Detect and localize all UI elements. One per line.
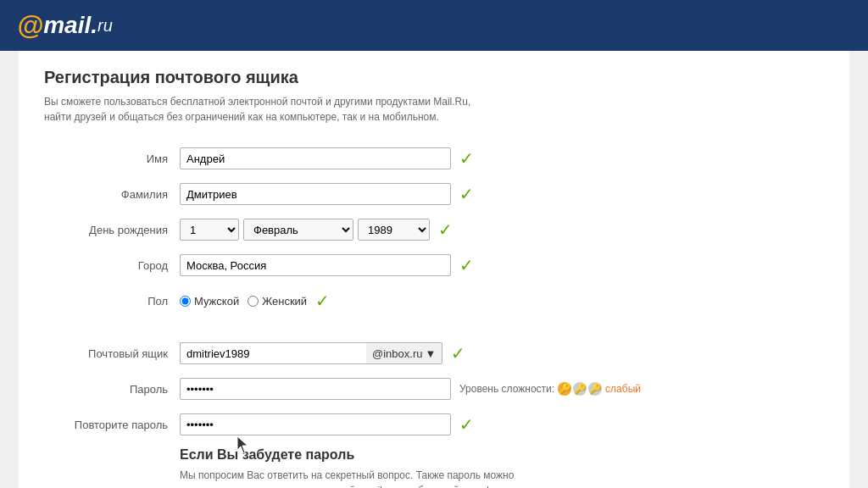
header: @ mail . ru xyxy=(0,0,868,51)
page-title: Регистрация почтового ящика xyxy=(44,68,824,87)
email-row: Почтовый ящик @inbox.ru ▼ ✓ xyxy=(44,341,824,366)
gender-label: Пол xyxy=(44,295,180,308)
gender-male-text: Мужской xyxy=(194,295,239,308)
gender-controls: Мужской Женский xyxy=(180,295,307,308)
gender-checkmark: ✓ xyxy=(315,291,330,311)
strength-icon-2: 🔑 xyxy=(573,382,587,396)
strength-text: слабый xyxy=(605,383,641,395)
strength-icons: 🔑 🔑 🔑 xyxy=(558,382,602,396)
dob-label: День рождения xyxy=(44,224,180,236)
email-domain-chevron: ▼ xyxy=(425,347,436,360)
email-input[interactable] xyxy=(180,342,366,364)
dob-year-select[interactable]: 1989199019851980 xyxy=(358,219,430,241)
dob-controls: 12345 ЯнварьФевральМарт АпрельМайИюнь Ию… xyxy=(180,219,430,241)
logo: @ mail . ru xyxy=(17,10,113,42)
gender-female-label[interactable]: Женский xyxy=(248,295,307,308)
gender-female-radio[interactable] xyxy=(248,296,259,307)
name-label: Имя xyxy=(44,152,180,165)
logo-dot: . xyxy=(91,12,97,39)
city-checkmark: ✓ xyxy=(459,255,474,275)
gender-female-text: Женский xyxy=(262,295,307,308)
password-strength-indicator: Уровень сложности: 🔑 🔑 🔑 слабый xyxy=(459,382,641,396)
strength-icon-3: 🔑 xyxy=(588,382,602,396)
city-input[interactable] xyxy=(180,254,451,276)
logo-at-sign: @ xyxy=(17,10,43,42)
email-controls: @inbox.ru ▼ xyxy=(180,342,442,364)
logo-ru-text: ru xyxy=(97,16,113,36)
name-row: Имя ✓ xyxy=(44,146,824,171)
confirm-input[interactable] xyxy=(180,413,451,435)
password-row: Пароль Уровень сложности: 🔑 🔑 🔑 слабый xyxy=(44,376,824,402)
forget-password-section: Если Вы забудете пароль Мы попросим Вас … xyxy=(180,447,824,488)
name-checkmark: ✓ xyxy=(459,148,474,169)
page-description: Вы сможете пользоваться бесплатной элект… xyxy=(44,94,485,125)
password-input[interactable] xyxy=(180,378,451,400)
city-row: Город ✓ xyxy=(44,252,824,278)
dob-row: День рождения 12345 ЯнварьФевральМарт Ап… xyxy=(44,217,824,242)
city-label: Город xyxy=(44,259,180,272)
forget-title: Если Вы забудете пароль xyxy=(180,447,824,463)
strength-icon-1: 🔑 xyxy=(558,382,571,396)
dob-checkmark: ✓ xyxy=(438,219,453,240)
strength-label: Уровень сложности: xyxy=(459,383,554,395)
email-domain-selector[interactable]: @inbox.ru ▼ xyxy=(366,342,442,364)
dob-day-select[interactable]: 12345 xyxy=(180,219,239,241)
forget-desc: Мы попросим Вас ответить на секретный во… xyxy=(180,468,536,488)
email-domain-text: @inbox.ru xyxy=(372,347,422,360)
surname-label: Фамилия xyxy=(44,188,180,201)
email-checkmark: ✓ xyxy=(451,343,465,363)
dob-month-select[interactable]: ЯнварьФевральМарт АпрельМайИюнь ИюльАвгу… xyxy=(243,219,353,241)
surname-input[interactable] xyxy=(180,183,451,205)
password-label: Пароль xyxy=(44,383,180,396)
logo-mail-text: mail xyxy=(43,12,91,39)
main-content: Регистрация почтового ящика Вы сможете п… xyxy=(19,51,849,488)
gender-male-radio[interactable] xyxy=(180,296,191,307)
email-label: Почтовый ящик xyxy=(44,347,180,360)
confirm-password-row: Повторите пароль ✓ xyxy=(44,412,824,437)
confirm-checkmark: ✓ xyxy=(459,414,474,435)
confirm-label: Повторите пароль xyxy=(44,419,180,431)
surname-checkmark: ✓ xyxy=(459,184,474,204)
name-input[interactable] xyxy=(180,147,451,169)
gender-male-label[interactable]: Мужской xyxy=(180,295,239,308)
surname-row: Фамилия ✓ xyxy=(44,181,824,207)
gender-row: Пол Мужской Женский ✓ xyxy=(44,288,824,313)
